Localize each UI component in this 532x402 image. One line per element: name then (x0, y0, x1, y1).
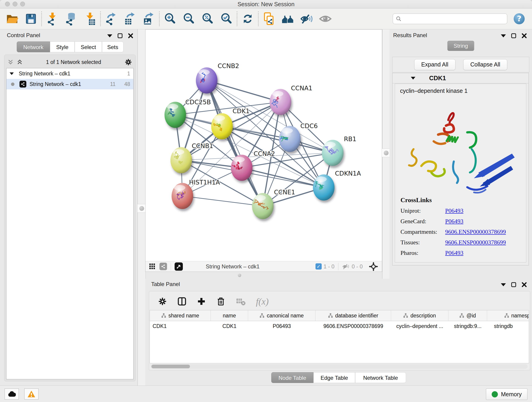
export-image-button[interactable] (142, 12, 156, 26)
crosslink-link[interactable]: 9606.ENSP00000378699 (445, 239, 506, 246)
tab-string[interactable]: String (447, 41, 474, 51)
panel-menu-icon[interactable] (501, 283, 506, 286)
column-header[interactable]: shared name (150, 310, 211, 321)
table-cell[interactable]: CDK1 (150, 321, 211, 332)
import-network-database-button[interactable] (64, 12, 78, 26)
close-panel-icon[interactable] (128, 33, 133, 38)
horizontal-splitter-handle[interactable] (238, 274, 241, 277)
table-cell[interactable]: cyclin–dependent ... (391, 321, 448, 332)
clone-network-button[interactable] (262, 12, 276, 26)
table-panel: Table Panel f(x) shared namenamecanonica… (145, 279, 532, 385)
cloud-button[interactable] (5, 389, 19, 400)
import-table-button[interactable] (83, 12, 97, 26)
export-table-button[interactable] (123, 12, 137, 26)
import-network-file-button[interactable] (45, 12, 59, 26)
horizontal-scrollbar[interactable] (151, 364, 528, 369)
fit-selected-icon[interactable] (369, 262, 378, 271)
tab-edge-table[interactable]: Edge Table (313, 372, 355, 383)
zoom-out-button[interactable] (182, 12, 196, 26)
scrollbar-thumb[interactable] (152, 365, 190, 368)
graph-node-CCNB1 (171, 147, 192, 173)
right-splitter[interactable] (382, 29, 390, 279)
help-icon: ? (513, 13, 525, 25)
node-result-header[interactable]: CDK1 (393, 73, 529, 83)
show-eye-button[interactable] (318, 12, 332, 26)
tab-node-table[interactable]: Node Table (271, 372, 313, 383)
tab-network-table[interactable]: Network Table (355, 372, 406, 383)
table-cell[interactable]: stringdb (487, 321, 529, 332)
panel-menu-icon[interactable] (107, 34, 112, 37)
column-header[interactable]: name (211, 310, 248, 321)
collapse-all-button[interactable]: Collapse All (463, 59, 507, 70)
crosslink-link[interactable]: P06493 (445, 207, 463, 214)
show-columns-icon[interactable] (177, 297, 187, 306)
table-cell[interactable]: P06493 (248, 321, 316, 332)
string-view-icon[interactable] (159, 263, 167, 270)
column-header[interactable]: namespace (487, 310, 529, 321)
panel-menu-icon[interactable] (501, 34, 506, 37)
gear-icon[interactable] (124, 58, 132, 66)
network-collection-row[interactable]: String Network – cdk1 1 (6, 68, 133, 79)
open-session-button[interactable] (5, 12, 19, 26)
gear-icon[interactable] (158, 297, 167, 306)
search-icon (396, 16, 402, 22)
collapse-all-icon[interactable] (7, 59, 13, 65)
toolbar-separator (237, 12, 237, 26)
help-button[interactable]: ? (513, 13, 525, 25)
float-panel-icon[interactable] (511, 33, 516, 38)
tab-select[interactable]: Select (75, 41, 102, 52)
tab-network[interactable]: Network (17, 41, 50, 52)
birds-eye-view-icon[interactable] (175, 262, 183, 271)
refresh-layout-button[interactable] (241, 12, 255, 26)
save-session-button[interactable] (24, 12, 38, 26)
float-panel-icon[interactable] (117, 33, 123, 38)
column-header[interactable]: canonical name (248, 310, 316, 321)
collection-name: String Network – cdk1 (19, 70, 70, 77)
zoom-in-button[interactable] (163, 12, 177, 26)
svg-text:CDK1: CDK1 (233, 108, 250, 115)
expand-all-icon[interactable] (17, 59, 23, 65)
search-input[interactable] (404, 16, 504, 22)
delete-column-icon[interactable] (216, 297, 226, 306)
column-header[interactable]: description (391, 310, 448, 321)
table-cell[interactable]: CDK1 (211, 321, 248, 332)
close-panel-icon[interactable] (521, 282, 527, 287)
network-canvas[interactable]: CCNB2CCNA1CDC25BCDK1CDC6RB1CCNB1CCNA2CDK… (146, 30, 382, 261)
expand-all-button[interactable]: Expand All (414, 59, 456, 70)
crosslink-link[interactable]: P06493 (445, 218, 463, 225)
network-row[interactable]: String Network – cdk1 11 48 (6, 79, 133, 89)
zoom-fit-button[interactable] (201, 12, 215, 26)
column-label: database identifier (335, 313, 378, 319)
grid-view-icon[interactable] (149, 263, 155, 269)
selected-checkbox[interactable]: ✓ (316, 263, 322, 269)
graph-node-CCNA1 (270, 89, 291, 115)
crosslink-link[interactable]: P06493 (445, 249, 463, 256)
column-header[interactable]: @id (448, 310, 487, 321)
memory-button[interactable]: Memory (486, 389, 527, 400)
collapse-entry-icon[interactable] (411, 77, 415, 80)
float-panel-icon[interactable] (511, 282, 516, 287)
table-cell[interactable]: 9606.ENSP00000378699 (316, 321, 391, 332)
hidden-eye-icon (342, 263, 350, 270)
right-splitter-handle[interactable] (382, 148, 390, 157)
table-row[interactable]: CDK1CDK1P064939606.ENSP00000378699cyclin… (150, 321, 529, 332)
left-splitter-handle[interactable] (137, 204, 146, 213)
tab-style[interactable]: Style (50, 41, 75, 52)
column-header[interactable]: database identifier (316, 310, 391, 321)
left-splitter[interactable] (138, 29, 146, 385)
hide-selected-button[interactable] (299, 12, 314, 26)
export-network-button[interactable] (104, 12, 118, 26)
results-panel-title: Results Panel (393, 32, 427, 38)
warnings-button[interactable] (24, 389, 38, 400)
home-networks-button[interactable] (281, 12, 295, 26)
close-panel-icon[interactable] (521, 33, 527, 38)
tree-expand-icon[interactable] (10, 72, 14, 75)
graph-node-CCNA2 (231, 155, 253, 181)
tab-sets[interactable]: Sets (102, 41, 123, 52)
window-title: Session: New Session (0, 0, 532, 8)
add-column-icon[interactable] (197, 297, 206, 306)
zoom-selected-button[interactable] (219, 12, 234, 26)
table-cell[interactable]: stringdb:9... (448, 321, 487, 332)
crosslink-link[interactable]: 9606.ENSP00000378699 (445, 229, 506, 235)
table-panel-window-controls (501, 282, 527, 287)
